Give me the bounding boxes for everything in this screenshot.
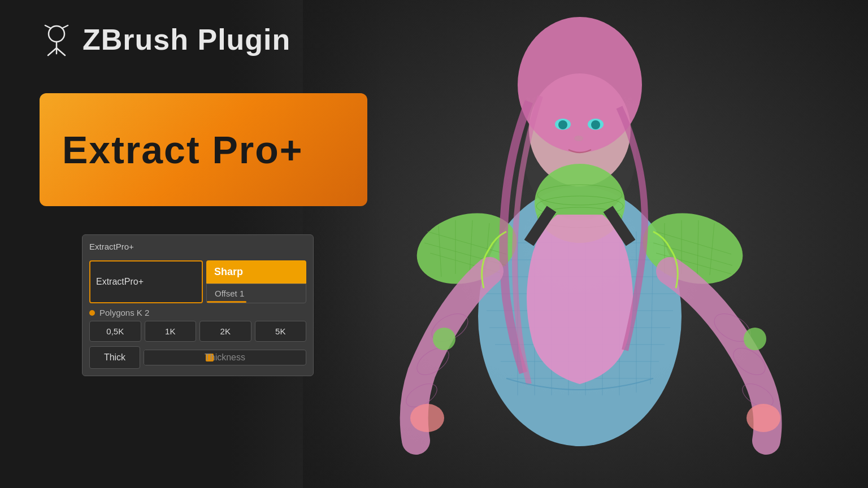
svg-point-42 [518,17,642,152]
poly-buttons-row: 0,5K 1K 2K 5K [89,321,306,342]
thickness-fill [144,350,209,365]
zbrush-logo-icon [40,23,73,56]
poly-btn-3[interactable]: 5K [255,321,307,342]
svg-point-46 [591,120,600,129]
svg-point-57 [574,136,583,141]
polygons-label: Polygons K 2 [89,308,306,317]
extract-banner: Extract Pro+ [40,93,367,206]
banner-text: Extract Pro+ [62,128,303,172]
plugin-panel: ExtractPro+ ExtractPro+ Sharp Offset 1 P… [82,234,314,376]
poly-btn-2[interactable]: 2K [199,321,251,342]
background-character [303,0,868,488]
logo-area: ZBrush Plugin [40,23,290,56]
thick-button[interactable]: Thick [89,346,140,369]
right-buttons: Sharp Offset 1 [206,260,306,303]
logo-text: ZBrush Plugin [83,23,290,56]
svg-line-59 [45,25,51,28]
extractpro-button[interactable]: ExtractPro+ [89,260,203,303]
svg-line-62 [48,48,57,55]
thickness-knob[interactable] [206,354,214,361]
character-svg [303,0,868,488]
thickness-track[interactable] [144,350,306,365]
sharp-button[interactable]: Sharp [206,260,306,284]
svg-point-56 [747,404,780,432]
offset-slider [207,301,246,303]
svg-line-60 [62,25,68,28]
panel-title: ExtractPro+ [89,242,306,255]
poly-btn-1[interactable]: 1K [145,321,197,342]
thickness-slider-container[interactable]: Thickness [144,350,306,365]
polygons-dot [89,310,95,316]
svg-point-53 [433,328,455,350]
svg-line-63 [57,48,65,55]
svg-point-55 [410,404,444,432]
svg-point-54 [744,328,766,350]
poly-btn-0[interactable]: 0,5K [89,321,141,342]
thick-row: Thick Thickness [89,346,306,369]
svg-point-45 [558,120,567,129]
panel-row-1: ExtractPro+ Sharp Offset 1 [89,260,306,303]
offset-button[interactable]: Offset 1 [206,284,306,303]
